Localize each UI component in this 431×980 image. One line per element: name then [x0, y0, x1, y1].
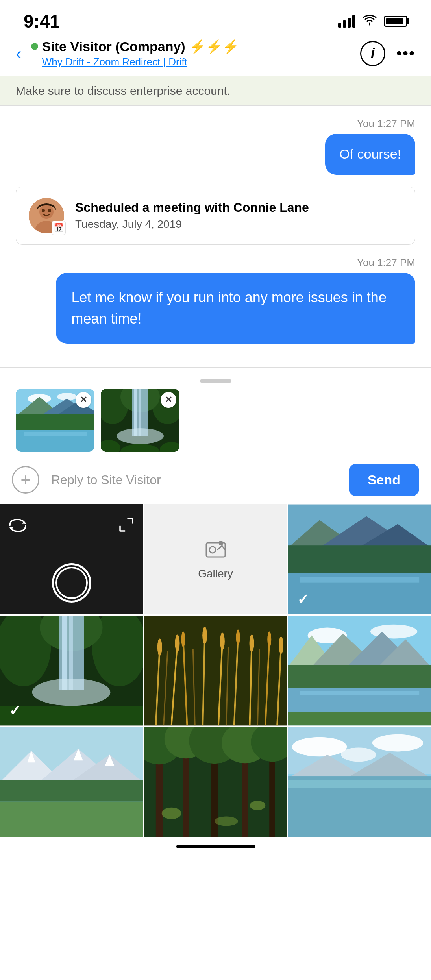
message-bubble-1: Of course!: [325, 134, 415, 175]
svg-point-64: [250, 634, 254, 652]
battery-icon: [384, 16, 407, 27]
svg-point-3: [42, 209, 45, 212]
contact-name: Site Visitor (Company): [42, 39, 185, 54]
add-attachment-button[interactable]: +: [12, 466, 39, 494]
attachment-thumb-1: ✕: [16, 389, 94, 452]
svg-point-63: [236, 629, 240, 645]
photo-selected-4: ✓: [6, 702, 24, 719]
svg-point-106: [250, 801, 266, 810]
lightning-icons: ⚡⚡⚡: [189, 39, 239, 54]
camera-shutter[interactable]: [52, 563, 91, 603]
svg-point-105: [215, 816, 238, 826]
svg-point-45: [32, 678, 111, 706]
header-title-row: Site Visitor (Company) ⚡⚡⚡: [31, 39, 351, 54]
meeting-info: Scheduled a meeting with Connie Lane Tue…: [75, 200, 402, 231]
svg-rect-37: [300, 577, 419, 582]
message-meta-1: You 1:27 PM: [357, 118, 415, 130]
meeting-date: Tuesday, July 4, 2019: [75, 218, 402, 231]
svg-point-65: [267, 631, 271, 647]
meeting-card: 📅 Scheduled a meeting with Connie Lane T…: [16, 187, 415, 245]
page-subtitle[interactable]: Why Drift - Zoom Redirect | Drift: [31, 56, 351, 68]
online-indicator: [31, 43, 38, 50]
svg-point-110: [372, 734, 423, 751]
gallery-photo-5[interactable]: [144, 616, 287, 726]
send-button[interactable]: Send: [349, 464, 419, 496]
svg-point-111: [341, 747, 376, 762]
gallery-photo-6[interactable]: [288, 616, 431, 726]
chat-area: You 1:27 PM Of course! 📅 Sch: [0, 106, 431, 367]
notice-bar: Make sure to discuss enterprise account.: [0, 76, 431, 106]
rotate-camera-icon[interactable]: [8, 516, 28, 538]
remove-attachment-1[interactable]: ✕: [76, 392, 91, 408]
signal-icon: [338, 15, 355, 28]
svg-rect-79: [288, 665, 431, 688]
svg-point-4: [48, 209, 51, 212]
svg-rect-82: [288, 712, 431, 725]
gallery-photo-9[interactable]: [288, 727, 431, 837]
svg-point-28: [209, 547, 216, 553]
svg-point-109: [292, 737, 347, 756]
gallery-section: Gallery ✓: [0, 504, 431, 837]
message-bubble-2: Let me know if you run into any more iss…: [56, 273, 416, 344]
avatar-container: 📅: [29, 198, 64, 233]
gallery-label[interactable]: Gallery: [144, 504, 287, 614]
reply-input[interactable]: Reply to Site Visitor: [47, 473, 341, 487]
header-actions: i •••: [360, 41, 415, 66]
input-row: + Reply to Site Visitor Send: [0, 460, 431, 504]
message-row-1: You 1:27 PM Of course!: [16, 118, 415, 175]
header-center: Site Visitor (Company) ⚡⚡⚡ Why Drift - Z…: [31, 39, 351, 68]
svg-point-60: [181, 631, 185, 647]
message-row-2: You 1:27 PM Let me know if you run into …: [16, 257, 415, 344]
gallery-icon: [205, 538, 227, 564]
calendar-badge: 📅: [52, 221, 66, 235]
svg-point-104: [162, 807, 181, 819]
svg-point-58: [157, 638, 162, 656]
svg-point-23: [117, 428, 164, 444]
svg-point-59: [175, 634, 180, 652]
meeting-title: Scheduled a meeting with Connie Lane: [75, 200, 402, 215]
status-bar: 9:41: [0, 0, 431, 35]
expand-icon[interactable]: [118, 516, 135, 538]
attachment-thumb-2: ✕: [101, 389, 179, 452]
notice-text: Make sure to discuss enterprise account.: [16, 84, 230, 97]
svg-rect-81: [300, 691, 419, 695]
composer-section: ✕ ✕: [0, 367, 431, 504]
svg-point-1: [39, 205, 54, 219]
info-button[interactable]: i: [360, 41, 385, 66]
camera-panel[interactable]: [0, 504, 143, 614]
svg-rect-12: [16, 414, 94, 430]
status-time: 9:41: [24, 11, 60, 32]
more-button[interactable]: •••: [396, 44, 415, 62]
remove-attachment-2[interactable]: ✕: [161, 392, 176, 408]
gallery-photo-7[interactable]: [0, 727, 143, 837]
back-button[interactable]: ‹: [16, 44, 22, 63]
wifi-icon: [363, 14, 377, 29]
svg-rect-35: [288, 545, 431, 573]
svg-rect-29: [219, 541, 223, 545]
message-meta-2: You 1:27 PM: [357, 257, 415, 269]
status-icons: [338, 14, 407, 29]
home-bar: [176, 845, 255, 848]
svg-rect-91: [0, 780, 143, 802]
svg-rect-92: [0, 801, 143, 837]
svg-rect-14: [24, 432, 87, 436]
camera-controls: [8, 516, 135, 538]
gallery-tile[interactable]: Gallery: [144, 504, 287, 614]
header: ‹ Site Visitor (Company) ⚡⚡⚡ Why Drift -…: [0, 35, 431, 76]
gallery-grid: Gallery ✓: [0, 504, 431, 837]
gallery-photo-4[interactable]: ✓: [0, 616, 143, 726]
drag-handle: [0, 375, 431, 389]
photo-selected-3: ✓: [294, 591, 312, 608]
gallery-photo-3[interactable]: ✓: [288, 504, 431, 614]
home-indicator: [0, 837, 431, 852]
svg-point-66: [279, 636, 283, 654]
gallery-photo-8[interactable]: [144, 727, 287, 837]
svg-point-62: [220, 632, 225, 650]
svg-rect-115: [288, 780, 431, 788]
attachment-previews: ✕ ✕: [0, 389, 431, 460]
gallery-label-text: Gallery: [198, 568, 233, 580]
svg-point-61: [202, 627, 207, 644]
